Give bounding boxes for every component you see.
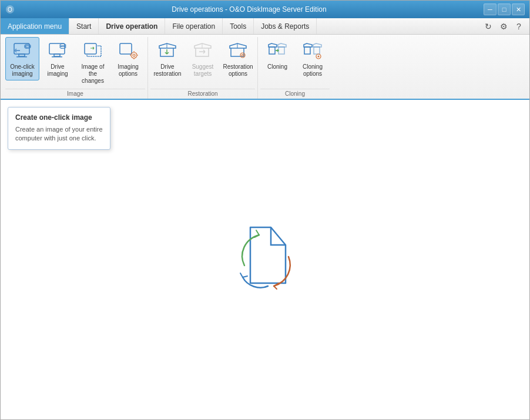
svg-text:O: O [8,6,12,13]
image-changes-icon [82,40,103,61]
refresh-icon[interactable]: ↻ [482,21,494,32]
svg-point-21 [242,55,244,56]
drive-imaging-button[interactable]: Drive imaging [41,37,75,80]
restoration-options-button[interactable]: Restoration options [221,37,255,80]
restoration-options-icon [227,40,249,61]
drive-imaging-icon [47,40,68,61]
window-title: Drive operations - O&O DiskImage Server … [15,5,484,14]
window-controls: ─ □ ✕ [484,4,525,15]
cloning-options-button[interactable]: Cloning options [296,37,330,80]
settings-icon[interactable]: ⚙ [498,21,509,32]
image-changes-label: Image of the changes [78,63,108,85]
svg-rect-8 [54,54,60,56]
svg-point-20 [240,53,245,58]
imaging-options-label: Imaging options [113,63,143,78]
svg-point-14 [131,52,137,58]
menu-action-area: ↻ ⚙ ? [478,18,529,34]
suggest-targets-icon [192,40,213,61]
main-window: O Drive operations - O&O DiskImage Serve… [0,0,530,420]
help-icon[interactable]: ? [513,21,525,32]
app-icon: O [5,5,15,14]
center-illustration [218,213,312,307]
cloning-button[interactable]: Cloning [260,37,294,77]
title-bar: O Drive operations - O&O DiskImage Serve… [1,1,529,18]
restoration-options-label: Restoration options [223,63,253,78]
ribbon-groups: One-click imaging [1,37,529,99]
ribbon-group-restoration: Drive restoration Suggest targe [148,37,258,99]
cloning-options-icon [302,40,323,61]
menu-start[interactable]: Start [69,18,99,34]
svg-point-23 [318,56,320,58]
menu-application-menu[interactable]: Application menu [1,18,69,34]
suggest-targets-label: Suggest targets [187,63,218,78]
svg-rect-3 [19,54,25,56]
drive-restoration-label: Drive restoration [152,63,183,78]
drive-restoration-button[interactable]: Drive restoration [150,37,185,80]
drive-restoration-icon [157,40,178,61]
cloning-icon [267,40,288,61]
cloning-group-buttons: Cloning [260,37,330,88]
cloning-label: Cloning [267,63,287,70]
menu-jobs-reports[interactable]: Jobs & Reports [254,18,317,34]
menu-drive-operation[interactable]: Drive operation [99,18,165,34]
menu-bar: Application menu Start Drive operation F… [1,18,529,35]
imaging-options-icon [118,40,139,61]
tooltip-text: Create an image of your entire computer … [15,125,103,143]
image-changes-button[interactable]: Image of the changes [76,37,110,88]
suggest-targets-button: Suggest targets [186,37,220,80]
svg-rect-4 [16,56,27,58]
menu-tools[interactable]: Tools [223,18,254,34]
tooltip-popup: Create one-click image Create an image o… [8,107,110,150]
menu-file-operation[interactable]: File operation [165,18,223,34]
image-group-label: Image [5,89,145,99]
svg-rect-13 [120,43,132,54]
ribbon-group-cloning: Cloning [258,37,332,99]
svg-rect-9 [52,56,62,58]
cloning-group-label: Cloning [260,89,330,99]
one-click-imaging-button[interactable]: One-click imaging [5,37,39,80]
cloning-options-label: Cloning options [297,63,328,78]
content-area: Create one-click image Create an image o… [1,100,529,419]
ribbon-group-image: One-click imaging [3,37,148,99]
minimize-button[interactable]: ─ [484,4,497,15]
ribbon: One-click imaging [1,35,529,100]
imaging-options-button[interactable]: Imaging options [111,37,145,80]
drive-imaging-label: Drive imaging [42,63,73,78]
disk-image-logo [218,213,312,307]
one-click-icon [12,40,33,61]
restore-button[interactable]: □ [498,4,511,15]
restoration-group-buttons: Drive restoration Suggest targe [150,37,255,88]
one-click-label: One-click imaging [7,63,38,78]
tooltip-title: Create one-click image [15,113,103,122]
svg-rect-12 [85,43,96,54]
close-button[interactable]: ✕ [512,4,525,15]
restoration-group-label: Restoration [150,89,255,99]
svg-point-15 [133,54,135,56]
image-group-buttons: One-click imaging [5,37,145,88]
